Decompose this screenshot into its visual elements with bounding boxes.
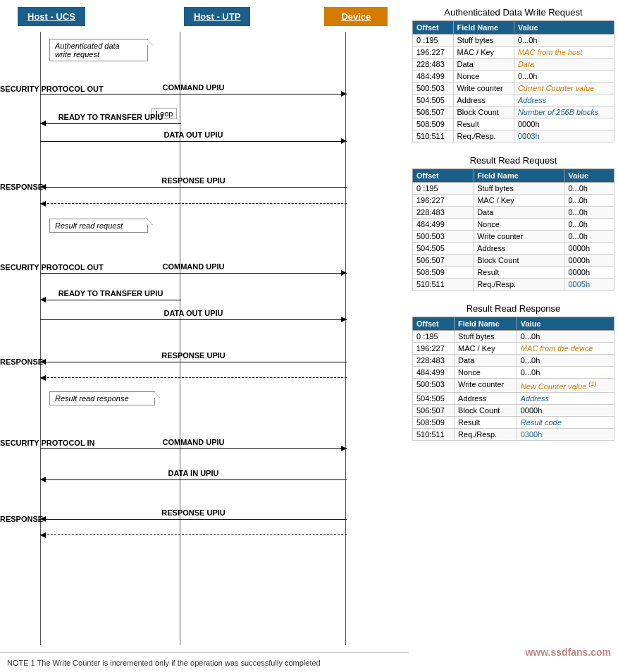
arrowhead-left-2 bbox=[40, 184, 46, 190]
table-row: 196:227MAC / KeyMAC from the device bbox=[413, 343, 614, 355]
actor-ucs: Host - UCS bbox=[18, 7, 85, 26]
arrow-data-out-1: DATA OUT UPIU bbox=[40, 141, 347, 142]
arrow-data-in: DATA IN UPIU bbox=[40, 479, 347, 480]
arrow-dashed-1 bbox=[40, 203, 347, 204]
arrowhead-right-2 bbox=[341, 138, 347, 144]
note-corner-white-3 bbox=[154, 392, 159, 398]
table-row: 228:483Data0...0h bbox=[413, 355, 614, 367]
arrow-response-upiu-2: RESPONSE UPIU bbox=[40, 362, 347, 362]
arrow-label-response-2: RESPONSE UPIU bbox=[40, 351, 347, 360]
col-value: Value bbox=[517, 317, 614, 331]
actor-headers: Host - UCS Host - UTP Device bbox=[0, 7, 409, 26]
table-row: 508:509ResultResult code bbox=[413, 416, 614, 428]
col-offset: Offset bbox=[413, 317, 455, 331]
arrow-dashed-2 bbox=[40, 377, 347, 378]
table-row: 506:507Block CountNumber of 256B blocks bbox=[413, 106, 614, 118]
table-row: 508:509Result0000h bbox=[413, 118, 614, 130]
col-value: Value bbox=[514, 21, 614, 35]
table-row: 484:499Nonce0...0h bbox=[413, 71, 614, 83]
note-auth-write: Authenticated data write request bbox=[49, 39, 148, 61]
response-label-2: RESPONSE bbox=[0, 358, 43, 366]
arrowhead-right-1 bbox=[341, 91, 347, 97]
table-row: 504:505AddressAddress bbox=[413, 94, 614, 106]
table-row: 500:503Write counterCurrent Counter valu… bbox=[413, 83, 614, 94]
arrowhead-left-1 bbox=[40, 121, 46, 126]
arrowhead-right-3 bbox=[341, 270, 347, 276]
col-value: Value bbox=[564, 169, 614, 183]
arrow-label-data-in: DATA IN UPIU bbox=[40, 469, 347, 477]
table-auth-write-title: Authenticated Data Write Request bbox=[412, 7, 614, 18]
table-row: 484:499Nonce0...0h bbox=[413, 219, 614, 231]
response-label-1: RESPONSE bbox=[0, 183, 43, 191]
table-row: 508:509Result0000h bbox=[413, 267, 614, 279]
arrow-dashed-3 bbox=[40, 534, 347, 535]
note-corner-white-2 bbox=[147, 219, 152, 225]
lifeline-device bbox=[345, 32, 346, 645]
arrowhead-dashed-left-3 bbox=[40, 532, 46, 538]
table-result-response-title: Result Read Response bbox=[412, 303, 614, 314]
arrowhead-right-4 bbox=[341, 317, 347, 322]
arrow-label-ready-1: READY TO TRANSFER UPIU bbox=[40, 113, 181, 121]
result-response-table: Offset Field Name Value 0 :195Stuff byte… bbox=[412, 317, 614, 441]
col-field: Field Name bbox=[455, 317, 517, 331]
table-auth-write: Authenticated Data Write Request Offset … bbox=[412, 7, 614, 142]
arrow-command-upiu-1: COMMAND UPIU bbox=[40, 94, 347, 94]
tables-area: Authenticated Data Write Request Offset … bbox=[409, 7, 618, 672]
sequence-canvas: Authenticated data write request SECURIT… bbox=[0, 32, 395, 645]
table-header-row: Offset Field Name Value bbox=[413, 21, 614, 35]
arrow-label-data-out-2: DATA OUT UPIU bbox=[40, 309, 347, 317]
table-row: 510:511Req./Resp.0005h bbox=[413, 279, 614, 291]
arrow-response-upiu-3: RESPONSE UPIU bbox=[40, 519, 347, 520]
arrow-label-response-3: RESPONSE UPIU bbox=[40, 508, 347, 517]
table-result-read-title: Result Read Request bbox=[412, 155, 614, 166]
arrowhead-left-4 bbox=[40, 359, 46, 365]
arrow-label-response-1: RESPONSE UPIU bbox=[40, 176, 347, 185]
table-row: 500:503Write counter0...0h bbox=[413, 231, 614, 243]
arrow-command-upiu-2: COMMAND UPIU bbox=[40, 273, 347, 274]
note-result-read-req: Result read request bbox=[49, 219, 148, 233]
table-result-read: Result Read Request Offset Field Name Va… bbox=[412, 155, 614, 291]
bottom-note: NOTE 1 The Write Counter is incremented … bbox=[0, 652, 409, 672]
auth-write-table: Offset Field Name Value 0 :195Stuff byte… bbox=[412, 20, 614, 142]
table-row: 506:507Block Count0000h bbox=[413, 404, 614, 416]
result-read-table: Offset Field Name Value 0 :195Stuff byte… bbox=[412, 169, 614, 291]
arrow-label-data-out-1: DATA OUT UPIU bbox=[40, 130, 347, 139]
arrow-label-command-1: COMMAND UPIU bbox=[40, 83, 347, 92]
arrow-data-out-2: DATA OUT UPIU bbox=[40, 319, 347, 320]
arrow-label-ready-2: READY TO TRANSFER UPIU bbox=[40, 289, 181, 298]
arrow-command-upiu-3: COMMAND UPIU bbox=[40, 448, 347, 449]
col-offset: Offset bbox=[413, 21, 454, 35]
arrowhead-left-6 bbox=[40, 516, 46, 522]
table-row: 0 :195Stuff bytes0...0h bbox=[413, 35, 614, 47]
table-row: 500:503Write counterNew Counter value (1… bbox=[413, 379, 614, 393]
response-label-3: RESPONSE bbox=[0, 515, 43, 523]
table-row: 0 :195Stuff bytes0...0h bbox=[413, 331, 614, 343]
col-field: Field Name bbox=[453, 21, 514, 35]
table-row: 484:499Nonce0...0h bbox=[413, 367, 614, 379]
table-row: 196:227MAC / KeyMAC from the host bbox=[413, 47, 614, 59]
arrow-label-command-3: COMMAND UPIU bbox=[40, 438, 347, 446]
table-row: 228:483Data0...0h bbox=[413, 207, 614, 219]
table-header-row: Offset Field Name Value bbox=[413, 169, 614, 183]
arrow-ready-transfer-2: READY TO TRANSFER UPIU bbox=[40, 300, 181, 300]
arrow-ready-transfer-1: READY TO TRANSFER UPIU bbox=[40, 123, 181, 124]
table-result-response: Result Read Response Offset Field Name V… bbox=[412, 303, 614, 441]
col-field: Field Name bbox=[474, 169, 564, 183]
arrowhead-left-5 bbox=[40, 477, 46, 482]
arrow-label-command-2: COMMAND UPIU bbox=[40, 262, 347, 271]
arrowhead-right-5 bbox=[341, 446, 347, 451]
arrow-response-upiu-1: RESPONSE UPIU bbox=[40, 187, 347, 188]
table-row: 504:505Address0000h bbox=[413, 243, 614, 255]
table-row: 504:505AddressAddress bbox=[413, 392, 614, 404]
table-row: 196:227MAC / Key0...0h bbox=[413, 195, 614, 207]
actor-device: Device bbox=[324, 7, 388, 26]
col-offset: Offset bbox=[413, 169, 474, 183]
table-row: 228:483DataData bbox=[413, 59, 614, 71]
table-row: 506:507Block Count0000h bbox=[413, 255, 614, 267]
note-corner-white bbox=[147, 39, 152, 45]
note-result-read-resp: Result read response bbox=[49, 391, 155, 405]
table-header-row: Offset Field Name Value bbox=[413, 317, 614, 331]
table-row: 510:511Req./Resp.0003h bbox=[413, 130, 614, 142]
actor-utp: Host - UTP bbox=[184, 7, 250, 26]
arrowhead-dashed-left-1 bbox=[40, 201, 46, 207]
